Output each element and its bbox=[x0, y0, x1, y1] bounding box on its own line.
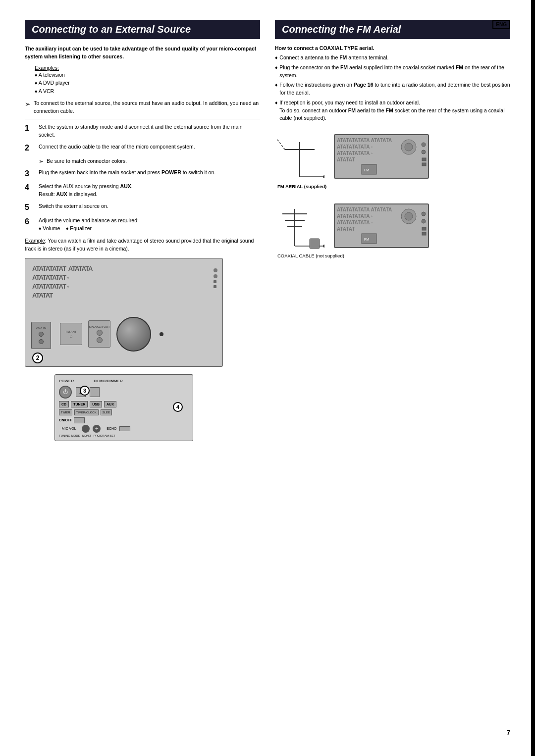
step-number-5: 5 bbox=[25, 202, 34, 213]
right-column: Connecting the FM Aerial How to connect … bbox=[275, 20, 510, 441]
bullet-2: ♦ Plug the connector on the FM aerial su… bbox=[275, 64, 510, 80]
slee-button[interactable]: SLEE bbox=[101, 409, 112, 415]
step-text-2: Connect the audio cable to the rear of t… bbox=[39, 143, 260, 151]
svg-point-4 bbox=[323, 175, 324, 178]
step-number-3: 3 bbox=[25, 169, 34, 179]
step-text-3: Plug the system back into the main socke… bbox=[39, 169, 260, 177]
svg-point-34 bbox=[422, 212, 426, 216]
step-4: 4 Select the AUX source by pressing AUX.… bbox=[25, 183, 260, 199]
eng-badge-text: ENG bbox=[496, 22, 507, 27]
right-port-1 bbox=[214, 268, 217, 272]
bullet-2-text: Plug the connector on the FM aerial supp… bbox=[279, 64, 510, 80]
step-badge-4: 4 bbox=[173, 402, 183, 412]
onoff-btn[interactable] bbox=[74, 417, 85, 423]
step-number-2: 2 bbox=[25, 143, 34, 153]
aux-button[interactable]: AUX bbox=[104, 401, 116, 407]
tuner-button[interactable]: TUNER bbox=[71, 401, 88, 407]
echo-label: ECHO bbox=[107, 427, 116, 430]
bottom-buttons: TUNING MODE MO/ST PROGRAM SET bbox=[59, 434, 189, 437]
small-indicator bbox=[160, 332, 163, 336]
left-title: Connecting to an External Source bbox=[32, 24, 191, 35]
bullet-4-text: If reception is poor, you may need to in… bbox=[279, 99, 510, 122]
svg-rect-24 bbox=[310, 239, 320, 249]
svg-point-15 bbox=[422, 150, 426, 154]
fm-aerial-label: FM AERIAL (supplied) bbox=[277, 184, 510, 189]
connection-note: ➢ To connect to the external source, the… bbox=[25, 100, 260, 115]
svg-text:ATATAT: ATATAT bbox=[337, 226, 355, 232]
step-number-1: 1 bbox=[25, 123, 34, 134]
bullet-1: ♦ Connect a antenna to the FM antenna te… bbox=[275, 54, 510, 62]
tuning-mode-label: TUNING MODE bbox=[59, 434, 80, 437]
power-button[interactable]: ⏻ bbox=[59, 386, 72, 399]
svg-line-2 bbox=[277, 140, 285, 150]
vol-row: – MIC VOL – – + ECHO bbox=[59, 425, 189, 433]
svg-text:ATATATATATA ATATATA: ATATATATATA ATATATA bbox=[337, 207, 392, 212]
right-port-2 bbox=[214, 274, 217, 278]
timer-clock-button[interactable]: TIMER/CLOCK bbox=[74, 409, 99, 415]
step-number-6: 6 bbox=[25, 217, 34, 227]
usb-button[interactable]: USB bbox=[90, 401, 102, 407]
svg-rect-36 bbox=[422, 227, 426, 230]
timer-buttons: TIMER TIMER/CLOCK SLEE bbox=[59, 409, 189, 415]
demo-button[interactable] bbox=[90, 387, 100, 397]
svg-text:ATATATATATA ◦: ATATATATATA ◦ bbox=[337, 151, 373, 156]
step-2: 2 Connect the audio cable to the rear of… bbox=[25, 143, 260, 153]
timer-button[interactable]: TIMER bbox=[59, 409, 72, 415]
example-item-2: ♦ A DVD player bbox=[35, 79, 260, 87]
mic-vol-label: – MIC VOL – bbox=[59, 427, 79, 430]
aux-circle-1 bbox=[39, 332, 44, 337]
system-rear-svg-2: ATATATATATA ATATATA ATATATATATA ◦ ATATAT… bbox=[332, 202, 431, 251]
note-text: To connect to the external source, the s… bbox=[34, 100, 260, 115]
right-port-4 bbox=[214, 285, 216, 288]
cd-button[interactable]: CD bbox=[59, 401, 69, 407]
svg-text:ATATATATATA ◦: ATATATATATA ◦ bbox=[337, 144, 373, 150]
eng-badge: ENG bbox=[492, 20, 510, 29]
svg-rect-17 bbox=[422, 163, 426, 166]
left-section-header: Connecting to an External Source bbox=[25, 20, 260, 39]
controls-area: FM ANT ⬡ SPEAKER OUT bbox=[60, 317, 163, 352]
panel-content: ATATATATAT ATATATA ATATATATAT ◦ ATATATAT… bbox=[32, 264, 215, 301]
svg-rect-16 bbox=[422, 158, 426, 161]
vol-minus[interactable]: – bbox=[82, 425, 90, 433]
divider-1 bbox=[25, 119, 260, 119]
how-to-title: How to connect a COAXIAL TYPE aerial. bbox=[275, 45, 510, 51]
svg-text:FM: FM bbox=[364, 168, 369, 172]
example-note: Example: You can watch a film and take a… bbox=[25, 237, 260, 253]
mo-st-label: MO/ST bbox=[82, 434, 92, 437]
step-2-subnote: ➢ Be sure to match connector colors. bbox=[39, 157, 260, 166]
diamond-4: ♦ bbox=[275, 99, 277, 122]
bullet-3: ♦ Follow the instructions given on Page … bbox=[275, 81, 510, 97]
example-label: Example bbox=[25, 238, 45, 244]
svg-text:ATATATATATA ◦: ATATATATATA ◦ bbox=[337, 213, 373, 219]
aux-circle-2 bbox=[39, 339, 44, 344]
step-number-4: 4 bbox=[25, 183, 34, 193]
step-badge-3: 3 bbox=[80, 386, 90, 396]
step-text-6: Adjust the volume and balance as require… bbox=[39, 217, 260, 233]
control-box-1: FM ANT ⬡ bbox=[60, 323, 82, 345]
right-ports bbox=[214, 268, 217, 288]
svg-point-13 bbox=[405, 143, 413, 151]
dial-control bbox=[116, 317, 151, 352]
examples-list: Examples: ♦ A television ♦ A DVD player … bbox=[35, 65, 260, 96]
page-number: 7 bbox=[507, 729, 510, 736]
remote-top: ⏻ ▲ bbox=[59, 386, 189, 399]
step-2-subnote-text: Be sure to match connector colors. bbox=[47, 157, 127, 166]
program-set-label: PROGRAM SET bbox=[94, 434, 115, 437]
step-1: 1 Set the system to standby mode and dis… bbox=[25, 123, 260, 139]
bullet-4: ♦ If reception is poor, you may need to … bbox=[275, 99, 510, 122]
example-item-1: ♦ A television bbox=[35, 71, 260, 79]
svg-text:ATATATATATA ATATATA: ATATATATATA ATATATA bbox=[337, 138, 392, 143]
diamond-3: ♦ bbox=[275, 81, 277, 97]
source-buttons: CD TUNER USB AUX bbox=[59, 401, 189, 407]
fm-aerial-diagram: ATATATATATA ATATATA ATATATATATA ◦ ATATAT… bbox=[275, 132, 510, 182]
echo-btn[interactable] bbox=[119, 426, 130, 431]
step-text-1: Set the system to standby mode and disco… bbox=[39, 123, 260, 139]
right-port-3 bbox=[214, 280, 216, 283]
svg-text:ATATATATATA ◦: ATATATATATA ◦ bbox=[337, 220, 373, 225]
step-5: 5 Switch the external source on. bbox=[25, 202, 260, 213]
svg-text:ATATAT: ATATAT bbox=[337, 157, 355, 162]
vol-plus[interactable]: + bbox=[93, 425, 101, 433]
right-accent-bar bbox=[531, 0, 535, 756]
top-columns: Connecting to an External Source The aux… bbox=[25, 20, 510, 441]
svg-rect-37 bbox=[422, 232, 426, 235]
